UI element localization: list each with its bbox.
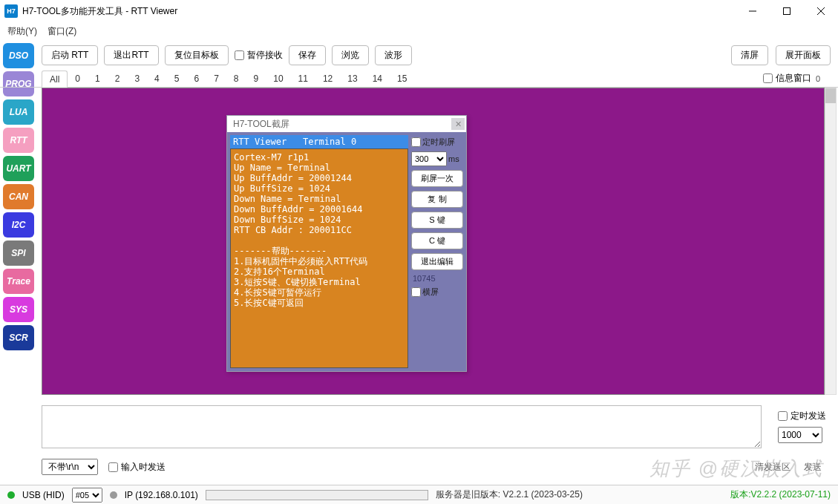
screenshot-close-icon[interactable]: ✕ <box>451 118 465 130</box>
info-window-label: 信息窗口 <box>776 72 811 85</box>
sidebar-i2c[interactable]: I2C <box>3 212 34 238</box>
send-options-row: 不带\r\n 输入时发送 清发送区 发送 <box>42 457 829 477</box>
send-on-input-checkbox[interactable]: 输入时发送 <box>108 461 166 474</box>
maximize-button[interactable] <box>770 0 804 22</box>
landscape-checkbox[interactable]: 横屏 <box>411 287 463 298</box>
statusbar: USB (HID) #05 IP (192.168.0.101) 服务器是旧版本… <box>0 485 838 504</box>
svg-rect-1 <box>784 8 790 15</box>
interval-unit: ms <box>448 154 459 163</box>
tab-14[interactable]: 14 <box>365 71 390 86</box>
timed-refresh-label: 定时刷屏 <box>422 137 455 148</box>
info-window-checkbox[interactable]: 信息窗口 <box>763 72 811 85</box>
terminal-body: Cortex-M7 r1p1 Up Name = Terminal Up Buf… <box>230 148 408 368</box>
sidebar-spi[interactable]: SPI <box>3 240 34 266</box>
inner-count: 10745 <box>411 274 463 283</box>
app-version: 版本:V2.2.2 (2023-07-11) <box>730 488 831 501</box>
tab-15[interactable]: 15 <box>390 71 414 86</box>
tab-8[interactable]: 8 <box>226 71 246 86</box>
sidebar-rtt[interactable]: RTT <box>3 128 34 153</box>
titlebar: H7 H7-TOOL多功能开发工具 - RTT Viewer <box>0 0 838 22</box>
exit-edit-button[interactable]: 退出编辑 <box>411 253 463 270</box>
tab-1[interactable]: 1 <box>88 71 108 86</box>
landscape-label: 横屏 <box>422 287 439 298</box>
tab-9[interactable]: 9 <box>246 71 266 86</box>
clear-send-button[interactable]: 清发送区 <box>755 461 790 474</box>
terminal-tabs: All 0123456789101112131415 信息窗口 0 <box>0 70 838 88</box>
refresh-once-button[interactable]: 刷屏一次 <box>411 170 463 187</box>
line-ending-select[interactable]: 不带\r\n <box>42 459 98 475</box>
sidebar: DSOPROGLUARTTUARTCANI2CSPITraceSYSSCR <box>3 43 37 350</box>
tab-6[interactable]: 6 <box>186 71 206 86</box>
menubar: 帮助(Y) 窗口(Z) <box>0 22 838 40</box>
copy-button[interactable]: 复 制 <box>411 191 463 208</box>
browse-button[interactable]: 浏览 <box>332 45 369 65</box>
reset-target-button[interactable]: 复位目标板 <box>165 45 229 65</box>
start-rtt-button[interactable]: 启动 RTT <box>42 45 98 65</box>
pause-recv-label: 暂停接收 <box>247 49 283 62</box>
sidebar-lua[interactable]: LUA <box>3 99 34 125</box>
expand-panel-button[interactable]: 展开面板 <box>776 45 831 65</box>
info-count: 0 <box>816 74 820 83</box>
tab-13[interactable]: 13 <box>340 71 364 86</box>
tab-7[interactable]: 7 <box>206 71 226 86</box>
sidebar-dso[interactable]: DSO <box>3 43 34 68</box>
send-textarea[interactable] <box>42 405 762 448</box>
menu-help[interactable]: 帮助(Y) <box>7 25 37 38</box>
wave-button[interactable]: 波形 <box>375 45 412 65</box>
pause-recv-checkbox[interactable]: 暂停接收 <box>235 49 283 62</box>
close-button[interactable] <box>804 0 838 22</box>
timed-send-checkbox[interactable]: 定时发送 <box>778 410 826 422</box>
app-icon: H7 <box>4 4 18 18</box>
timed-refresh-checkbox[interactable]: 定时刷屏 <box>411 137 463 148</box>
tab-5[interactable]: 5 <box>167 71 187 86</box>
clear-button[interactable]: 清屏 <box>731 45 768 65</box>
usb-label: USB (HID) <box>22 490 65 500</box>
sidebar-scr[interactable]: SCR <box>3 325 34 350</box>
send-on-input-label: 输入时发送 <box>121 461 166 474</box>
ip-status-icon <box>110 491 117 499</box>
toolbar: 启动 RTT 退出RTT 复位目标板 暂停接收 保存 浏览 波形 清屏 展开面板 <box>0 40 838 70</box>
send-button[interactable]: 发送 <box>804 461 822 474</box>
minimize-button[interactable] <box>736 0 770 22</box>
progress-bar <box>206 490 428 500</box>
tab-4[interactable]: 4 <box>147 71 167 86</box>
sidebar-uart[interactable]: UART <box>3 156 34 181</box>
screenshot-window-title-text: H7-TOOL截屏 <box>233 118 289 131</box>
window-title: H7-TOOL多功能开发工具 - RTT Viewer <box>22 5 736 18</box>
screenshot-window-title[interactable]: H7-TOOL截屏 ✕ <box>227 116 466 132</box>
exit-rtt-button[interactable]: 退出RTT <box>104 45 158 65</box>
menu-window[interactable]: 窗口(Z) <box>48 25 76 38</box>
sidebar-sys[interactable]: SYS <box>3 297 34 322</box>
channel-select[interactable]: #05 <box>72 488 102 503</box>
c-key-button[interactable]: C 键 <box>411 232 463 249</box>
terminal-header: RTT Viewer Terminal 0 <box>230 135 408 148</box>
tab-12[interactable]: 12 <box>315 71 340 86</box>
tab-0[interactable]: 0 <box>68 71 88 86</box>
s-key-button[interactable]: S 键 <box>411 212 463 229</box>
scrollbar-thumb[interactable] <box>825 88 836 103</box>
sidebar-can[interactable]: CAN <box>3 184 34 209</box>
tab-11[interactable]: 11 <box>291 71 315 86</box>
vertical-scrollbar[interactable] <box>825 88 837 395</box>
usb-status-icon <box>7 491 15 499</box>
tab-all[interactable]: All <box>42 71 68 88</box>
tab-10[interactable]: 10 <box>266 71 290 86</box>
terminal-viewport: H7-TOOL截屏 ✕ RTT Viewer Terminal 0 Cortex… <box>42 88 825 395</box>
save-button[interactable]: 保存 <box>289 45 326 65</box>
screenshot-window[interactable]: H7-TOOL截屏 ✕ RTT Viewer Terminal 0 Cortex… <box>226 115 467 372</box>
tab-3[interactable]: 3 <box>127 71 147 86</box>
ip-label: IP (192.168.0.101) <box>125 490 198 500</box>
tab-2[interactable]: 2 <box>108 71 128 86</box>
send-interval-select[interactable]: 1000 <box>778 427 822 443</box>
timed-send-label: 定时发送 <box>790 410 826 422</box>
refresh-interval-select[interactable]: 300 <box>411 151 447 166</box>
sidebar-trace[interactable]: Trace <box>3 269 34 294</box>
server-version: 服务器是旧版本: V2.2.1 (2023-03-25) <box>436 488 583 501</box>
